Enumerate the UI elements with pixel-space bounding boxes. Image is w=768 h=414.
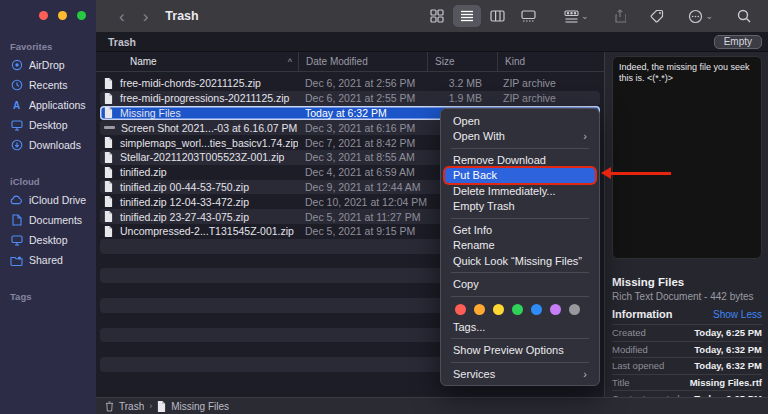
file-name: tinified.zip 23-27-43-075.zip [120, 211, 249, 223]
sidebar: FavoritesAirDropRecentsAApplicationsDesk… [0, 0, 96, 414]
menu-item-label: Quick Look “Missing Files” [453, 255, 582, 267]
preview-document: Indeed, the missing file you seek this i… [612, 56, 762, 259]
close-window-icon[interactable] [39, 11, 48, 20]
document-icon [104, 107, 114, 118]
file-name: Stellar-20211203T005523Z-001.zip [120, 151, 284, 163]
menu-item-empty-trash[interactable]: Empty Trash [445, 199, 595, 215]
column-view-icon[interactable] [483, 5, 512, 27]
sidebar-section-label: Favorites [0, 41, 96, 55]
sidebar-item-shared[interactable]: Shared [0, 250, 96, 270]
sidebar-section-favorites: FavoritesAirDropRecentsAApplicationsDesk… [0, 41, 96, 155]
info-field-label: Modified [612, 344, 648, 355]
file-name: free-midi-progressions-20211125.zip [120, 92, 289, 104]
tag-color-dot-icon[interactable] [550, 304, 561, 315]
document-icon [104, 226, 114, 237]
file-size: 3.2 MB [427, 77, 497, 89]
info-field-value: Today, 6:32 PM [694, 344, 762, 355]
column-header-kind[interactable]: Kind [497, 52, 604, 71]
gallery-view-icon[interactable] [514, 5, 543, 27]
show-less-link[interactable]: Show Less [713, 309, 762, 320]
sidebar-item-icloud-drive[interactable]: iCloud Drive [0, 190, 96, 210]
sidebar-item-documents[interactable]: Documents [0, 210, 96, 230]
tag-color-dot-icon[interactable] [493, 304, 504, 315]
menu-separator [451, 338, 589, 339]
image-thumbnail-icon [104, 126, 115, 129]
menu-item-label: Get Info [453, 224, 492, 236]
sidebar-item-label: Documents [29, 214, 82, 226]
menu-item-open[interactable]: Open [445, 113, 595, 129]
context-menu: OpenOpen With›Remove DownloadPut BackDel… [440, 108, 600, 386]
menu-item-label: Delete Immediately... [453, 185, 556, 197]
sidebar-item-applications[interactable]: AApplications [0, 95, 96, 115]
minimize-window-icon[interactable] [58, 11, 67, 20]
sidebar-item-desktop[interactable]: Desktop [0, 115, 96, 135]
sidebar-item-airdrop[interactable]: AirDrop [0, 55, 96, 75]
menu-separator [451, 272, 589, 273]
menu-item-delete-immediately[interactable]: Delete Immediately... [445, 183, 595, 199]
finder-window: FavoritesAirDropRecentsAApplicationsDesk… [0, 0, 768, 414]
column-header-name[interactable]: Name^ [96, 52, 298, 71]
file-name: tinified.zip 00-44-53-750.zip [120, 181, 249, 193]
table-row[interactable]: free-midi-progressions-20211125.zipDec 6… [100, 91, 600, 106]
sidebar-item-downloads[interactable]: Downloads [0, 135, 96, 155]
document-icon [104, 78, 114, 89]
downloads-icon [10, 139, 23, 151]
menu-item-tags[interactable]: Tags... [445, 319, 595, 335]
group-by-icon[interactable]: ⌄ [557, 5, 596, 27]
content-area: Name^Date ModifiedSizeKind free-midi-cho… [96, 52, 768, 397]
sort-ascending-icon: ^ [288, 57, 292, 67]
menu-item-rename[interactable]: Rename [445, 238, 595, 254]
info-field-value: Today, 6:25 PM [694, 393, 762, 397]
breadcrumb-item[interactable]: Trash [119, 401, 144, 412]
info-field-title: TitleMissing Files.rtf [612, 374, 762, 391]
table-row[interactable]: free-midi-chords-20211125.zipDec 6, 2021… [100, 76, 600, 91]
information-header: Information [612, 308, 673, 320]
back-icon[interactable]: ‹ [110, 8, 134, 25]
zoom-window-icon[interactable] [77, 11, 86, 20]
tag-color-dot-icon[interactable] [569, 304, 580, 315]
tag-color-dot-icon[interactable] [474, 304, 485, 315]
menu-item-get-info[interactable]: Get Info [445, 222, 595, 238]
menu-item-services[interactable]: Services› [445, 366, 595, 382]
empty-trash-button[interactable]: Empty [714, 35, 762, 49]
trash-icon [105, 401, 114, 412]
menu-separator [451, 362, 589, 363]
breadcrumb-item[interactable]: Missing Files [171, 401, 229, 412]
icloud-drive-icon [10, 195, 23, 205]
tag-color-dot-icon[interactable] [512, 304, 523, 315]
menu-item-remove-download[interactable]: Remove Download [445, 152, 595, 168]
forward-icon[interactable]: › [134, 8, 158, 25]
list-view-icon[interactable] [453, 5, 481, 27]
menu-item-open-with[interactable]: Open With› [445, 129, 595, 145]
column-header-date-modified[interactable]: Date Modified [298, 52, 427, 71]
tag-color-dot-icon[interactable] [455, 304, 466, 315]
menu-item-label: Open [453, 115, 480, 127]
menu-separator [451, 218, 589, 219]
date-modified: Dec 9, 2021 at 12:44 AM [298, 181, 427, 193]
tag-color-dot-icon[interactable] [531, 304, 542, 315]
menu-item-label: Tags... [453, 321, 485, 333]
info-field-created: CreatedToday, 6:25 PM [612, 324, 762, 341]
share-icon[interactable] [607, 5, 633, 27]
column-header-size[interactable]: Size [427, 52, 497, 71]
submenu-chevron-icon: › [583, 130, 587, 142]
tag-color-row [445, 300, 595, 319]
preview-text: Indeed, the missing file you seek this i… [619, 62, 750, 83]
document-icon [104, 152, 114, 163]
menu-item-copy[interactable]: Copy [445, 277, 595, 293]
menu-item-show-preview-options[interactable]: Show Preview Options [445, 343, 595, 359]
file-name: Uncompressed-2...T131545Z-001.zip [120, 225, 294, 237]
info-field-last-opened: Last openedToday, 6:32 PM [612, 357, 762, 374]
more-actions-icon[interactable]: ⌄ [681, 5, 720, 27]
menu-item-put-back[interactable]: Put Back [445, 168, 595, 184]
date-modified: Dec 3, 2021 at 6:16 PM [298, 122, 427, 134]
window-title: Trash [165, 9, 198, 23]
icon-view-icon[interactable] [423, 5, 451, 27]
tag-icon[interactable] [643, 5, 671, 27]
sidebar-item-desktop[interactable]: Desktop [0, 230, 96, 250]
menu-item-quick-look-missing-files[interactable]: Quick Look “Missing Files” [445, 253, 595, 269]
menu-separator [451, 296, 589, 297]
chevron-down-icon: ⌄ [581, 11, 589, 21]
sidebar-item-recents[interactable]: Recents [0, 75, 96, 95]
search-icon[interactable] [730, 5, 758, 27]
